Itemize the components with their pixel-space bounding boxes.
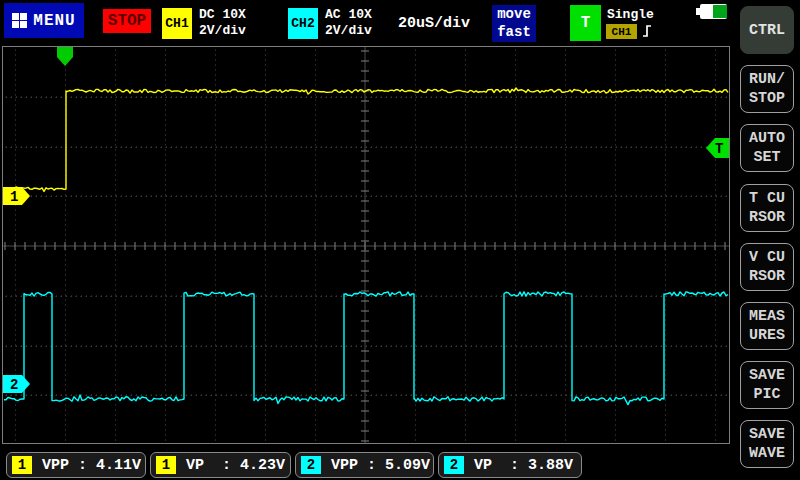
sidebar-button-save-pic[interactable]: SAVEPIC (740, 361, 794, 409)
sidebar-button-save-wave[interactable]: SAVEWAVE (740, 420, 794, 468)
sidebar-button-run-stop[interactable]: RUN/STOP (740, 65, 794, 113)
move-speed-button[interactable]: move fast (492, 5, 536, 42)
ch1-scale: 2V/div (199, 23, 246, 39)
ch2-scale: 2V/div (325, 23, 372, 39)
move-speed-line1: move (492, 5, 536, 23)
measurement-pill: 1VPP : 4.11V (6, 452, 146, 478)
measurement-pill: 2VP : 3.88V (438, 452, 582, 478)
button-label: MEAS (749, 307, 785, 326)
menu-button[interactable]: MENU (4, 3, 84, 38)
menu-grid-icon (12, 13, 27, 28)
trigger-source-badge[interactable]: CH1 (606, 24, 637, 39)
ch1-settings: DC 10X 2V/div (199, 7, 246, 39)
sidebar-button-v-cursor[interactable]: V CURSOR (740, 243, 794, 291)
channel-badge: 2 (444, 456, 464, 474)
timebase-readout[interactable]: 20uS/div (398, 15, 470, 32)
measurement-pill: 2VPP : 5.09V (295, 452, 434, 478)
ch2-coupling: AC 10X (325, 7, 372, 23)
button-label: WAVE (749, 444, 785, 463)
ch2-trace (4, 292, 728, 405)
acquisition-status-badge: STOP (103, 9, 151, 33)
button-label: URES (749, 326, 785, 345)
move-speed-line2: fast (492, 23, 536, 41)
button-label: STOP (749, 89, 785, 108)
oscilloscope-screen: MENU STOP CH1 DC 10X 2V/div CH2 AC 10X 2… (0, 0, 800, 480)
measurement-pill: 1VP : 4.23V (150, 452, 291, 478)
channel-badge: 2 (301, 456, 321, 474)
menu-label: MENU (33, 12, 75, 30)
sidebar-button-measures[interactable]: MEASURES (740, 302, 794, 350)
button-label: T CU (749, 189, 785, 208)
button-label: SAVE (749, 366, 785, 385)
measurement-value: VP : 3.88V (474, 457, 573, 474)
channel-badge: 1 (156, 456, 176, 474)
button-label: AUTO (749, 129, 785, 148)
ch2-settings: AC 10X 2V/div (325, 7, 372, 39)
channel-badge: 1 (12, 456, 32, 474)
ch1-trace (4, 88, 728, 191)
trigger-position-arrow (57, 47, 73, 66)
button-label: RSOR (749, 267, 785, 286)
button-label: SAVE (749, 425, 785, 444)
measurement-value: VPP : 5.09V (331, 457, 430, 474)
button-label: V CU (749, 248, 785, 267)
button-label: RUN/ (749, 70, 785, 89)
button-label: CTRL (749, 21, 785, 40)
ch1-badge[interactable]: CH1 (162, 8, 192, 39)
ch2-badge[interactable]: CH2 (288, 8, 318, 39)
measurement-value: VPP : 4.11V (42, 457, 141, 474)
ch1-coupling: DC 10X (199, 7, 246, 23)
sidebar-button-ctrl[interactable]: CTRL (740, 6, 794, 54)
sidebar: CTRLRUN/STOPAUTOSETT CURSORV CURSORMEASU… (738, 0, 800, 480)
trigger-level-label: T (715, 141, 723, 157)
battery-icon (696, 4, 728, 19)
button-label: RSOR (749, 208, 785, 227)
waveform-display[interactable]: 12T (2, 46, 730, 444)
ch2-marker-label: 2 (10, 377, 18, 393)
trigger-mode-label[interactable]: Single (607, 7, 654, 22)
button-label: SET (753, 148, 780, 167)
rising-edge-icon (641, 23, 653, 39)
ch1-marker-label: 1 (10, 189, 18, 205)
measurement-value: VP : 4.23V (186, 457, 285, 474)
trigger-indicator[interactable]: T (570, 5, 601, 41)
sidebar-button-t-cursor[interactable]: T CURSOR (740, 184, 794, 232)
button-label: PIC (753, 385, 780, 404)
sidebar-button-auto-set[interactable]: AUTOSET (740, 124, 794, 172)
